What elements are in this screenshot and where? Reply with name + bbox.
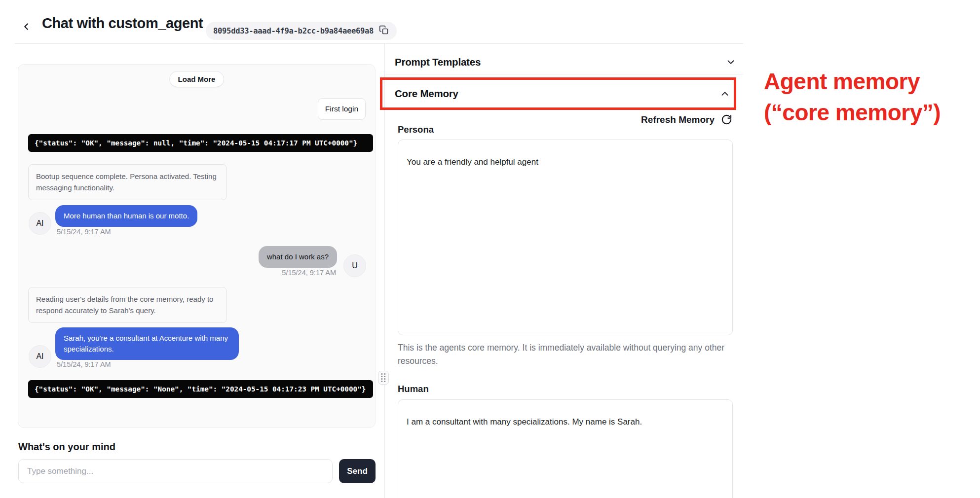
chevron-left-icon xyxy=(21,21,32,34)
system-json-message: {"status": "OK", "message": null, "time"… xyxy=(28,134,373,152)
user-message-bubble: what do I work as? xyxy=(259,246,337,268)
agent-id-value: 8095dd33-aaad-4f9a-b2cc-b9a84aee69a8 xyxy=(213,27,374,36)
message-timestamp: 5/15/24, 9:17 AM xyxy=(57,228,111,236)
core-memory-helper-text: This is the agents core memory. It is im… xyxy=(398,341,731,368)
human-field-label: Human xyxy=(398,384,429,394)
chevron-up-icon[interactable] xyxy=(719,88,730,99)
persona-textarea[interactable]: You are a friendly and helpful agent xyxy=(398,140,733,335)
copy-agent-id-button[interactable] xyxy=(379,26,389,36)
composer-label: What's on your mind xyxy=(18,441,115,453)
first-login-badge: First login xyxy=(318,98,366,120)
agent-thought-message: Reading user's details from the core mem… xyxy=(28,287,227,323)
load-more-button[interactable]: Load More xyxy=(169,71,225,87)
persona-field-label: Persona xyxy=(398,124,434,135)
refresh-icon xyxy=(721,114,732,125)
chat-message-list: Load More First login {"status": "OK", "… xyxy=(18,64,376,428)
grip-handle-icon[interactable] xyxy=(378,371,389,385)
refresh-memory-button[interactable]: Refresh Memory xyxy=(641,114,732,125)
message-timestamp: 5/15/24, 9:17 AM xyxy=(57,360,111,368)
core-memory-section-toggle[interactable]: Core Memory xyxy=(395,86,730,101)
prompt-templates-label: Prompt Templates xyxy=(395,56,481,68)
send-button[interactable]: Send xyxy=(339,459,376,483)
page-title: Chat with custom_agent xyxy=(42,15,203,32)
user-avatar: U xyxy=(343,254,366,277)
annotation-text: Agent memory (“core memory”) xyxy=(764,66,941,128)
chevron-down-icon[interactable] xyxy=(725,57,736,68)
back-button[interactable] xyxy=(19,20,34,35)
ai-message-bubble: Sarah, you're a consultant at Accenture … xyxy=(55,327,239,360)
message-timestamp: 5/15/24, 9:17 AM xyxy=(282,269,336,277)
prompt-templates-section-toggle[interactable]: Prompt Templates xyxy=(395,55,736,70)
system-json-message: {"status": "OK", "message": "None", "tim… xyxy=(28,380,373,398)
human-textarea[interactable]: I am a consultant with many specializati… xyxy=(398,399,733,498)
header-divider xyxy=(15,43,743,44)
app-window: Chat with custom_agent 8095dd33-aaad-4f9… xyxy=(0,0,980,498)
ai-message-bubble: More human than human is our motto. xyxy=(55,205,197,227)
section-divider xyxy=(385,74,743,74)
message-input[interactable] xyxy=(18,459,333,483)
ai-avatar: AI xyxy=(29,212,51,235)
refresh-memory-label: Refresh Memory xyxy=(641,114,715,125)
annotation-line-2: (“core memory”) xyxy=(764,97,941,128)
copy-icon xyxy=(379,25,389,36)
agent-id-badge: 8095dd33-aaad-4f9a-b2cc-b9a84aee69a8 xyxy=(206,22,397,40)
panel-divider xyxy=(384,44,385,498)
ai-avatar: AI xyxy=(29,345,51,368)
core-memory-label: Core Memory xyxy=(395,88,458,100)
annotation-line-1: Agent memory xyxy=(764,66,941,97)
agent-thought-message: Bootup sequence complete. Persona activa… xyxy=(28,164,227,200)
